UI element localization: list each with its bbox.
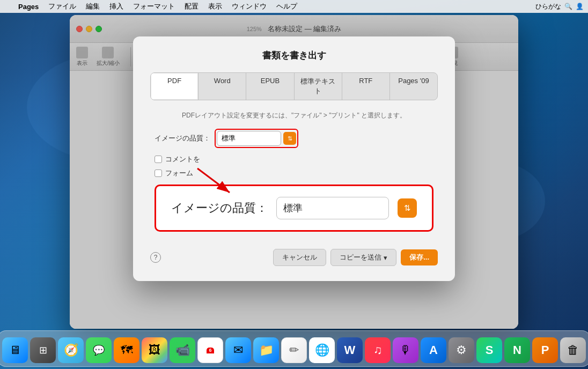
second-checkbox[interactable] (155, 169, 162, 177)
dock-appstore[interactable]: A (421, 337, 446, 363)
comment-checkbox-row: コメントを (155, 154, 433, 164)
tab-pdf[interactable]: PDF (151, 73, 199, 100)
second-checkbox-row: フォーム (155, 168, 433, 178)
hint-text: PDFレイアウト設定を変更するには、"ファイル" > "プリント" と選択します… (155, 111, 433, 120)
tab-epub[interactable]: EPUB (246, 73, 294, 100)
comment-checkbox[interactable] (155, 156, 162, 163)
help-menu[interactable]: ヘルプ (272, 1, 302, 12)
view-menu[interactable]: 表示 (204, 1, 226, 12)
dock-files[interactable]: 📁 (253, 337, 279, 363)
dock-shortcuts[interactable]: S (476, 337, 502, 363)
menubar: Pages ファイル 編集 挿入 フォーマット 配置 表示 ウィンドウ ヘルプ … (0, 0, 588, 13)
export-tabs: PDF Word EPUB 標準テキスト RTF Pages '09 (150, 72, 438, 100)
dock-trash[interactable]: 🗑 (560, 337, 586, 363)
dock-maps[interactable]: 🗺 (114, 337, 139, 363)
export-dialog: 書類を書き出す PDF Word EPUB 標準テキスト RTF Pages '… (133, 36, 455, 281)
dock-safari[interactable]: 🧭 (58, 337, 84, 363)
dock: 🖥 ⊞ 🧭 💬 🗺 🖼 📹 6 ✉ 📁 ✏ 🌐 W ♫ 🎙 A ⚙ S N P … (0, 330, 588, 367)
user-icon[interactable]: 👤 (576, 3, 584, 10)
dialog-content: PDFレイアウト設定を変更するには、"ファイル" > "プリント" と選択します… (150, 111, 438, 232)
send-copy-button[interactable]: コピーを送信 ▾ (330, 249, 396, 266)
app-menu[interactable]: Pages (14, 2, 43, 12)
arrange-menu[interactable]: 配置 (180, 1, 203, 12)
dock-chrome[interactable]: 🌐 (309, 337, 335, 363)
second-checkbox-label: フォーム (165, 168, 193, 178)
insert-menu[interactable]: 挿入 (105, 1, 128, 12)
zoom-highlight-box: イメージの品質： 標準 ⇅ (155, 184, 433, 232)
dock-podcasts[interactable]: 🎙 (393, 337, 418, 363)
dock-settings[interactable]: ⚙ (449, 337, 474, 363)
comment-label: コメントを (165, 154, 200, 164)
search-icon[interactable]: 🔍 (564, 3, 572, 10)
image-quality-label: イメージの品質： (155, 134, 210, 143)
dock-finder[interactable]: 🖥 (2, 337, 28, 363)
desktop: Pages ファイル 編集 挿入 フォーマット 配置 表示 ウィンドウ ヘルプ … (0, 0, 588, 369)
dock-launchpad[interactable]: ⊞ (30, 337, 56, 363)
send-dropdown-arrow: ▾ (384, 254, 387, 262)
dock-pages[interactable]: P (532, 337, 558, 363)
dock-mail[interactable]: ✉ (225, 337, 251, 363)
dock-photos[interactable]: 🖼 (142, 337, 167, 363)
dialog-overlay: 書類を書き出す PDF Word EPUB 標準テキスト RTF Pages '… (70, 15, 518, 329)
edit-menu[interactable]: 編集 (82, 1, 104, 12)
save-button[interactable]: 保存... (401, 249, 438, 265)
dock-freeform[interactable]: ✏ (281, 337, 307, 363)
window-menu[interactable]: ウィンドウ (227, 1, 271, 12)
dialog-title: 書類を書き出す (150, 49, 438, 62)
tab-plain-text[interactable]: 標準テキスト (295, 73, 342, 100)
main-window: 125% 名称未設定 — 編集済み 表示 拡大/縮小 ページを追加 挿入 (70, 15, 518, 329)
image-quality-row: イメージの品質： 標準 ⇅ (155, 129, 433, 148)
tab-pages09[interactable]: Pages '09 (390, 73, 437, 100)
zoom-chevron-icon: ⇅ (404, 203, 411, 213)
tab-word[interactable]: Word (199, 73, 246, 100)
chevron-updown-icon: ⇅ (288, 135, 292, 142)
dock-word[interactable]: W (337, 337, 363, 363)
dialog-footer: ? キャンセル コピーを送信 ▾ 保存... (150, 249, 438, 268)
dock-facetime[interactable]: 📹 (170, 337, 195, 363)
image-quality-highlight: 標準 ⇅ (215, 129, 298, 148)
dock-calendar[interactable]: 6 (197, 337, 223, 363)
zoom-section: イメージの品質： 標準 ⇅ (155, 184, 433, 232)
zoom-select[interactable]: 標準 (276, 197, 389, 219)
zoom-arrow-button[interactable]: ⇅ (398, 198, 417, 218)
input-method[interactable]: ひらがな (535, 2, 561, 11)
dock-music[interactable]: ♫ (365, 337, 391, 363)
file-menu[interactable]: ファイル (44, 1, 80, 12)
dock-messages[interactable]: 💬 (86, 337, 112, 363)
image-quality-select[interactable]: 標準 (217, 131, 281, 146)
dock-numbers[interactable]: N (504, 337, 530, 363)
tab-rtf[interactable]: RTF (342, 73, 390, 100)
image-quality-arrow[interactable]: ⇅ (283, 132, 296, 145)
help-button[interactable]: ? (150, 252, 161, 263)
format-menu[interactable]: フォーマット (129, 1, 179, 12)
menubar-right: ひらがな 🔍 👤 (535, 2, 584, 11)
zoom-label: イメージの品質： (171, 200, 268, 216)
cancel-button[interactable]: キャンセル (273, 249, 326, 266)
